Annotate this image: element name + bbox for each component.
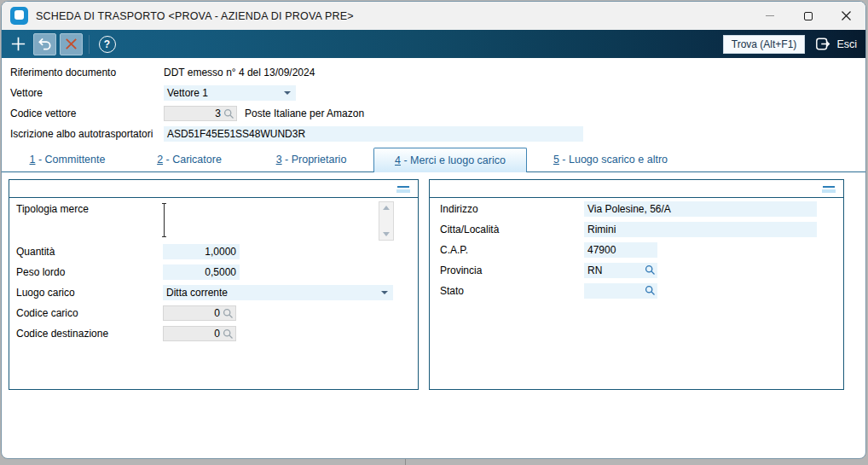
close-icon	[841, 10, 852, 21]
background-divider	[405, 459, 406, 465]
codice-vettore-input[interactable]: 3	[164, 106, 237, 121]
window-controls	[750, 2, 865, 30]
delete-x-icon	[64, 37, 78, 51]
codice-vettore-description: Poste Italiane per Amazon	[245, 108, 364, 119]
codice-vettore-label: Codice vettore	[10, 108, 164, 119]
luogo-carico-select[interactable]: Ditta corrente	[163, 285, 393, 300]
riferimento-value: DDT emesso n° 4 del 13/09/2024	[164, 67, 315, 78]
row-quantita: Quantità 1,0000	[13, 244, 413, 259]
trova-button[interactable]: Trova (Alt+F1)	[723, 35, 806, 54]
esci-button[interactable]: Esci	[815, 36, 857, 52]
indirizzo-input[interactable]: Via Polesine, 56/A	[584, 201, 817, 217]
codice-carico-input[interactable]: 0	[163, 305, 236, 321]
tab-accel: 3	[276, 154, 282, 166]
search-icon[interactable]	[223, 108, 234, 119]
row-tipologia-merce: Tipologia merce	[13, 201, 413, 241]
row-provincia: Provincia RN	[433, 263, 838, 278]
tab-label: - Committente	[35, 154, 105, 166]
chevron-down-icon	[381, 291, 388, 294]
tab-accel: 4	[395, 154, 401, 166]
tab-caricatore[interactable]: 2 - Caricatore	[130, 147, 249, 171]
row-citta-localita: Citta/Località Rimini	[433, 222, 838, 237]
window-title: SCHEDA DI TRASPORTO <PROVA - AZIENDA DI …	[36, 10, 354, 22]
codice-destinazione-label: Codice destinazione	[13, 328, 163, 340]
vettore-select[interactable]: Vettore 1	[164, 85, 296, 101]
row-codice-vettore: Codice vettore 3 Poste Italiane per Amaz…	[10, 106, 865, 121]
codice-destinazione-input[interactable]: 0	[163, 326, 236, 341]
tab-luogo-scarico-e-altro[interactable]: 5 - Luogo scarico e altro	[527, 147, 694, 171]
scroll-up-icon[interactable]	[383, 206, 390, 210]
help-button[interactable]: ?	[95, 33, 119, 55]
search-icon[interactable]	[223, 308, 234, 319]
titlebar: SCHEDA DI TRASPORTO <PROVA - AZIENDA DI …	[2, 2, 865, 30]
search-icon[interactable]	[223, 328, 234, 340]
luogo-carico-panel-header	[430, 180, 843, 198]
maximize-button[interactable]	[789, 2, 827, 30]
provincia-value: RN	[587, 264, 602, 276]
citta-input[interactable]: Rimini	[584, 222, 817, 237]
delete-button[interactable]	[60, 33, 83, 55]
peso-lordo-value: 0,5000	[205, 266, 236, 278]
collapse-panel-icon[interactable]	[396, 185, 410, 193]
search-icon[interactable]	[645, 264, 656, 276]
tipologia-merce-textarea[interactable]	[163, 201, 379, 241]
app-logo-icon	[10, 7, 28, 25]
iscrizione-label: Iscrizione albo autotrasportatori	[10, 128, 164, 140]
vettore-value: Vettore 1	[167, 87, 208, 99]
tab-accel: 5	[553, 154, 559, 166]
codice-vettore-value: 3	[215, 108, 221, 119]
text-caret	[164, 203, 165, 237]
header-form: Riferimento documento DDT emesso n° 4 de…	[2, 58, 865, 142]
row-vettore: Vettore Vettore 1	[10, 85, 865, 101]
quantita-label: Quantità	[13, 246, 163, 258]
search-icon[interactable]	[645, 285, 656, 296]
provincia-input[interactable]: RN	[584, 263, 657, 278]
new-record-button[interactable]	[7, 33, 30, 55]
row-codice-carico: Codice carico 0	[13, 305, 413, 321]
tab-proprietario[interactable]: 3 - Proprietario	[249, 147, 373, 171]
row-luogo-carico: Luogo carico Ditta corrente	[13, 285, 413, 300]
tab-bar: 1 - Committente 2 - Caricatore 3 - Propr…	[2, 147, 865, 172]
codice-carico-label: Codice carico	[13, 307, 163, 319]
esci-label: Esci	[836, 38, 857, 50]
merci-panel: Tipologia merce Quantità 1,0000	[9, 179, 419, 390]
tab-label: - Merci e luogo carico	[401, 154, 506, 166]
quantita-input[interactable]: 1,0000	[163, 244, 240, 259]
exit-icon	[815, 36, 831, 52]
vettore-label: Vettore	[10, 87, 164, 99]
tab-label: - Caricatore	[163, 154, 222, 166]
help-icon: ?	[99, 36, 116, 53]
iscrizione-value: ASD51F45E51SS48WUND3R	[167, 128, 305, 140]
row-indirizzo: Indirizzo Via Polesine, 56/A	[433, 201, 838, 217]
plus-icon	[9, 35, 27, 53]
cap-value: 47900	[587, 244, 616, 256]
tab-content: Tipologia merce Quantità 1,0000	[2, 172, 865, 397]
indirizzo-label: Indirizzo	[433, 203, 584, 215]
luogo-carico-label: Luogo carico	[13, 287, 163, 299]
toolbar-separator	[89, 35, 90, 54]
merci-panel-header	[9, 180, 418, 198]
cap-input[interactable]: 47900	[584, 242, 657, 258]
stato-input[interactable]	[584, 283, 657, 299]
maximize-icon	[804, 12, 813, 20]
close-button[interactable]	[827, 2, 865, 30]
quantita-value: 1,0000	[205, 246, 236, 258]
codice-carico-value: 0	[214, 307, 220, 319]
indirizzo-value: Via Polesine, 56/A	[587, 203, 671, 215]
minimize-button[interactable]	[750, 2, 789, 30]
row-peso-lordo: Peso lordo 0,5000	[13, 264, 413, 280]
scroll-down-icon[interactable]	[383, 232, 390, 236]
stato-label: Stato	[433, 285, 584, 297]
row-codice-destinazione: Codice destinazione 0	[13, 326, 413, 341]
peso-lordo-input[interactable]: 0,5000	[163, 264, 240, 280]
tab-merci-e-luogo-carico[interactable]: 4 - Merci e luogo carico	[373, 148, 527, 172]
app-window: SCHEDA DI TRASPORTO <PROVA - AZIENDA DI …	[1, 1, 866, 459]
tipologia-merce-label: Tipologia merce	[13, 201, 163, 215]
citta-value: Rimini	[587, 224, 616, 235]
collapse-panel-icon[interactable]	[822, 185, 836, 193]
textarea-scrollbar[interactable]	[379, 201, 394, 241]
undo-button[interactable]	[33, 33, 56, 55]
citta-label: Citta/Località	[433, 224, 584, 235]
tab-committente[interactable]: 1 - Committente	[5, 147, 130, 171]
iscrizione-input[interactable]: ASD51F45E51SS48WUND3R	[164, 126, 583, 142]
